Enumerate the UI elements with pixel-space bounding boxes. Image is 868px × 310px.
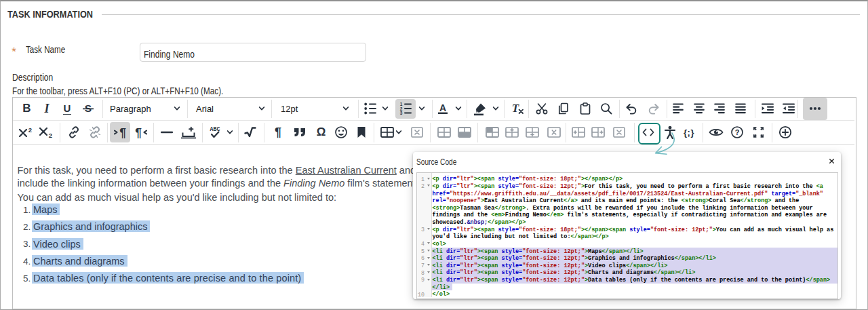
svg-text:T: T xyxy=(512,102,519,115)
svg-text:A: A xyxy=(439,102,446,113)
svg-text:S: S xyxy=(85,102,92,114)
svg-text:¶: ¶ xyxy=(119,126,126,138)
svg-text:3: 3 xyxy=(400,111,403,115)
svg-text:?: ? xyxy=(735,128,740,136)
svg-text:2: 2 xyxy=(28,126,32,134)
svg-text:2: 2 xyxy=(48,132,52,138)
svg-text:¶: ¶ xyxy=(135,126,142,138)
